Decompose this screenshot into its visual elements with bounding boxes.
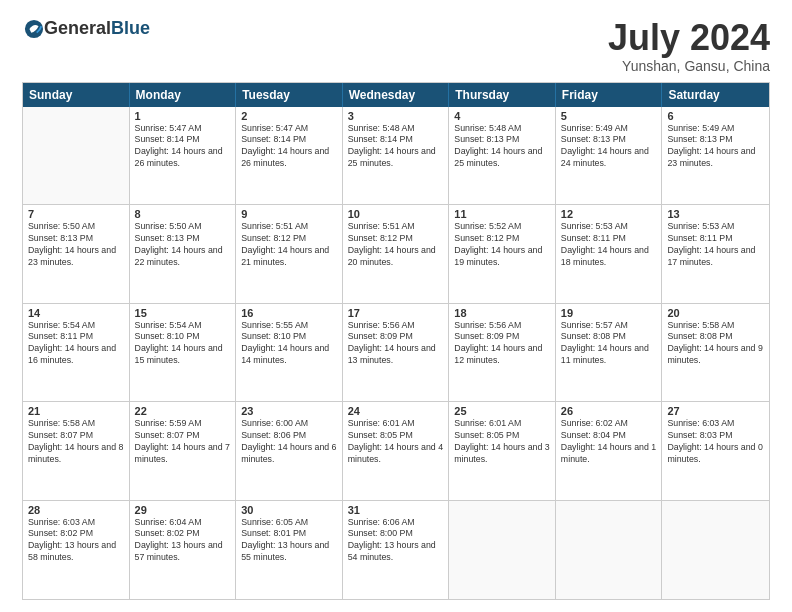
month-title: July 2024 <box>608 18 770 58</box>
day-number: 21 <box>28 405 124 417</box>
day-number: 27 <box>667 405 764 417</box>
day-number: 22 <box>135 405 231 417</box>
cell-info: Sunrise: 5:54 AMSunset: 8:10 PMDaylight:… <box>135 320 231 368</box>
cell-info: Sunrise: 5:50 AMSunset: 8:13 PMDaylight:… <box>28 221 124 269</box>
day-number: 28 <box>28 504 124 516</box>
calendar-cell: 8Sunrise: 5:50 AMSunset: 8:13 PMDaylight… <box>130 205 237 302</box>
cell-info: Sunrise: 6:03 AMSunset: 8:03 PMDaylight:… <box>667 418 764 466</box>
day-number: 16 <box>241 307 337 319</box>
calendar-cell: 10Sunrise: 5:51 AMSunset: 8:12 PMDayligh… <box>343 205 450 302</box>
cell-info: Sunrise: 6:02 AMSunset: 8:04 PMDaylight:… <box>561 418 657 466</box>
cell-info: Sunrise: 5:57 AMSunset: 8:08 PMDaylight:… <box>561 320 657 368</box>
cell-info: Sunrise: 5:49 AMSunset: 8:13 PMDaylight:… <box>667 123 764 171</box>
calendar-cell <box>449 501 556 599</box>
calendar-cell: 9Sunrise: 5:51 AMSunset: 8:12 PMDaylight… <box>236 205 343 302</box>
calendar-cell: 30Sunrise: 6:05 AMSunset: 8:01 PMDayligh… <box>236 501 343 599</box>
calendar-cell: 24Sunrise: 6:01 AMSunset: 8:05 PMDayligh… <box>343 402 450 499</box>
cell-info: Sunrise: 5:51 AMSunset: 8:12 PMDaylight:… <box>348 221 444 269</box>
calendar-cell: 20Sunrise: 5:58 AMSunset: 8:08 PMDayligh… <box>662 304 769 401</box>
day-number: 2 <box>241 110 337 122</box>
calendar-row: 21Sunrise: 5:58 AMSunset: 8:07 PMDayligh… <box>23 402 769 500</box>
cell-info: Sunrise: 5:51 AMSunset: 8:12 PMDaylight:… <box>241 221 337 269</box>
day-number: 12 <box>561 208 657 220</box>
cell-info: Sunrise: 6:05 AMSunset: 8:01 PMDaylight:… <box>241 517 337 565</box>
calendar-cell: 12Sunrise: 5:53 AMSunset: 8:11 PMDayligh… <box>556 205 663 302</box>
cell-info: Sunrise: 5:47 AMSunset: 8:14 PMDaylight:… <box>241 123 337 171</box>
calendar-cell: 29Sunrise: 6:04 AMSunset: 8:02 PMDayligh… <box>130 501 237 599</box>
cell-info: Sunrise: 5:56 AMSunset: 8:09 PMDaylight:… <box>454 320 550 368</box>
day-number: 31 <box>348 504 444 516</box>
calendar-cell: 4Sunrise: 5:48 AMSunset: 8:13 PMDaylight… <box>449 107 556 204</box>
calendar-cell: 6Sunrise: 5:49 AMSunset: 8:13 PMDaylight… <box>662 107 769 204</box>
cell-info: Sunrise: 5:53 AMSunset: 8:11 PMDaylight:… <box>667 221 764 269</box>
calendar-row: 7Sunrise: 5:50 AMSunset: 8:13 PMDaylight… <box>23 205 769 303</box>
cell-info: Sunrise: 5:53 AMSunset: 8:11 PMDaylight:… <box>561 221 657 269</box>
calendar-cell: 7Sunrise: 5:50 AMSunset: 8:13 PMDaylight… <box>23 205 130 302</box>
header-day-thursday: Thursday <box>449 83 556 107</box>
calendar-cell: 3Sunrise: 5:48 AMSunset: 8:14 PMDaylight… <box>343 107 450 204</box>
cell-info: Sunrise: 5:48 AMSunset: 8:13 PMDaylight:… <box>454 123 550 171</box>
day-number: 23 <box>241 405 337 417</box>
cell-info: Sunrise: 5:50 AMSunset: 8:13 PMDaylight:… <box>135 221 231 269</box>
header-day-wednesday: Wednesday <box>343 83 450 107</box>
logo: GeneralBlue <box>22 18 150 39</box>
cell-info: Sunrise: 6:04 AMSunset: 8:02 PMDaylight:… <box>135 517 231 565</box>
header-day-tuesday: Tuesday <box>236 83 343 107</box>
calendar-cell: 31Sunrise: 6:06 AMSunset: 8:00 PMDayligh… <box>343 501 450 599</box>
calendar-cell: 16Sunrise: 5:55 AMSunset: 8:10 PMDayligh… <box>236 304 343 401</box>
day-number: 1 <box>135 110 231 122</box>
calendar-cell: 27Sunrise: 6:03 AMSunset: 8:03 PMDayligh… <box>662 402 769 499</box>
calendar-cell: 14Sunrise: 5:54 AMSunset: 8:11 PMDayligh… <box>23 304 130 401</box>
day-number: 11 <box>454 208 550 220</box>
day-number: 17 <box>348 307 444 319</box>
calendar-cell: 22Sunrise: 5:59 AMSunset: 8:07 PMDayligh… <box>130 402 237 499</box>
cell-info: Sunrise: 5:55 AMSunset: 8:10 PMDaylight:… <box>241 320 337 368</box>
day-number: 26 <box>561 405 657 417</box>
day-number: 29 <box>135 504 231 516</box>
calendar-cell: 13Sunrise: 5:53 AMSunset: 8:11 PMDayligh… <box>662 205 769 302</box>
title-area: July 2024 Yunshan, Gansu, China <box>608 18 770 74</box>
cell-info: Sunrise: 5:58 AMSunset: 8:07 PMDaylight:… <box>28 418 124 466</box>
calendar-cell: 19Sunrise: 5:57 AMSunset: 8:08 PMDayligh… <box>556 304 663 401</box>
location: Yunshan, Gansu, China <box>608 58 770 74</box>
calendar-cell: 11Sunrise: 5:52 AMSunset: 8:12 PMDayligh… <box>449 205 556 302</box>
cell-info: Sunrise: 5:58 AMSunset: 8:08 PMDaylight:… <box>667 320 764 368</box>
day-number: 18 <box>454 307 550 319</box>
day-number: 10 <box>348 208 444 220</box>
day-number: 24 <box>348 405 444 417</box>
day-number: 30 <box>241 504 337 516</box>
page: GeneralBlue July 2024 Yunshan, Gansu, Ch… <box>0 0 792 612</box>
cell-info: Sunrise: 5:52 AMSunset: 8:12 PMDaylight:… <box>454 221 550 269</box>
cell-info: Sunrise: 6:00 AMSunset: 8:06 PMDaylight:… <box>241 418 337 466</box>
calendar-cell: 25Sunrise: 6:01 AMSunset: 8:05 PMDayligh… <box>449 402 556 499</box>
day-number: 13 <box>667 208 764 220</box>
day-number: 14 <box>28 307 124 319</box>
cell-info: Sunrise: 5:59 AMSunset: 8:07 PMDaylight:… <box>135 418 231 466</box>
calendar: SundayMondayTuesdayWednesdayThursdayFrid… <box>22 82 770 600</box>
header-day-monday: Monday <box>130 83 237 107</box>
header-day-sunday: Sunday <box>23 83 130 107</box>
calendar-cell: 26Sunrise: 6:02 AMSunset: 8:04 PMDayligh… <box>556 402 663 499</box>
day-number: 4 <box>454 110 550 122</box>
calendar-cell: 21Sunrise: 5:58 AMSunset: 8:07 PMDayligh… <box>23 402 130 499</box>
cell-info: Sunrise: 6:03 AMSunset: 8:02 PMDaylight:… <box>28 517 124 565</box>
day-number: 25 <box>454 405 550 417</box>
calendar-cell: 28Sunrise: 6:03 AMSunset: 8:02 PMDayligh… <box>23 501 130 599</box>
day-number: 9 <box>241 208 337 220</box>
calendar-cell: 18Sunrise: 5:56 AMSunset: 8:09 PMDayligh… <box>449 304 556 401</box>
calendar-header: SundayMondayTuesdayWednesdayThursdayFrid… <box>23 83 769 107</box>
cell-info: Sunrise: 5:49 AMSunset: 8:13 PMDaylight:… <box>561 123 657 171</box>
logo-general-text: General <box>44 18 111 39</box>
cell-info: Sunrise: 6:01 AMSunset: 8:05 PMDaylight:… <box>348 418 444 466</box>
cell-info: Sunrise: 5:56 AMSunset: 8:09 PMDaylight:… <box>348 320 444 368</box>
calendar-cell: 5Sunrise: 5:49 AMSunset: 8:13 PMDaylight… <box>556 107 663 204</box>
day-number: 7 <box>28 208 124 220</box>
calendar-cell: 15Sunrise: 5:54 AMSunset: 8:10 PMDayligh… <box>130 304 237 401</box>
cell-info: Sunrise: 5:54 AMSunset: 8:11 PMDaylight:… <box>28 320 124 368</box>
calendar-body: 1Sunrise: 5:47 AMSunset: 8:14 PMDaylight… <box>23 107 769 599</box>
calendar-row: 1Sunrise: 5:47 AMSunset: 8:14 PMDaylight… <box>23 107 769 205</box>
day-number: 20 <box>667 307 764 319</box>
day-number: 15 <box>135 307 231 319</box>
logo-icon <box>24 19 44 39</box>
day-number: 3 <box>348 110 444 122</box>
